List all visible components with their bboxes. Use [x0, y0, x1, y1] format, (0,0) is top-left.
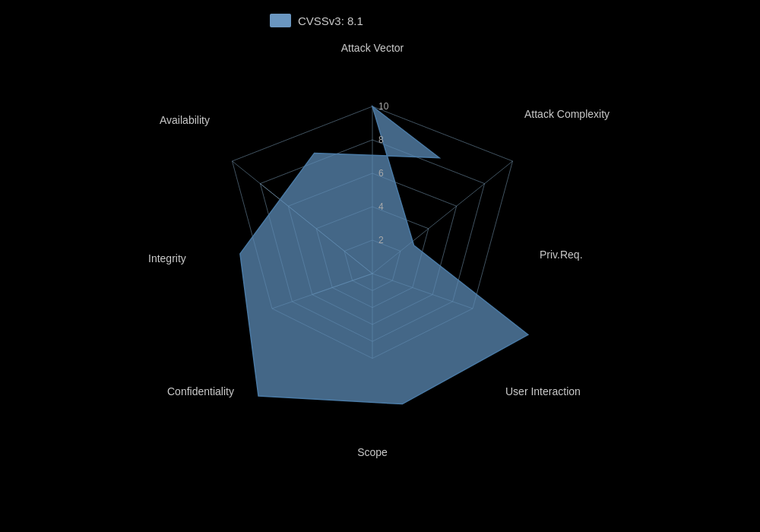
legend-color-box	[270, 14, 291, 27]
scale-label-6: 6	[378, 168, 384, 179]
label-scope: Scope	[357, 446, 388, 458]
label-integrity: Integrity	[148, 252, 186, 264]
scale-label-2: 2	[378, 235, 384, 245]
chart-container: CVSSv3: 8.1	[0, 0, 760, 532]
data-polygon	[240, 106, 528, 404]
scale-label-4: 4	[378, 201, 384, 212]
scale-label-8: 8	[378, 135, 384, 145]
label-confidentiality: Confidentiality	[167, 385, 234, 397]
label-availability: Availability	[160, 114, 210, 126]
label-priv-req: Priv.Req.	[540, 249, 583, 261]
scale-label-10: 10	[378, 101, 389, 112]
label-user-interaction: User Interaction	[505, 385, 581, 397]
label-attack-vector: Attack Vector	[341, 42, 404, 54]
legend-label: CVSSv3: 8.1	[298, 14, 363, 27]
label-attack-complexity: Attack Complexity	[524, 108, 610, 120]
